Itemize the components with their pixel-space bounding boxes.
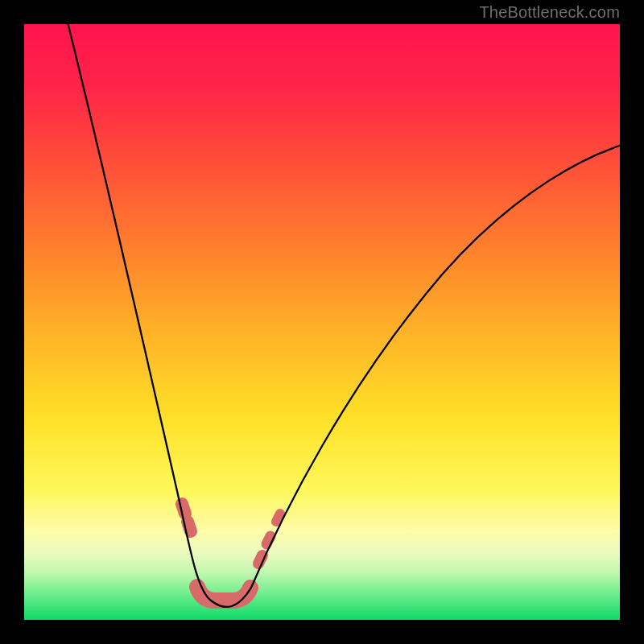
marker-dot xyxy=(188,522,191,531)
marker-dot xyxy=(276,514,280,522)
marker-cluster xyxy=(182,504,280,601)
chart-frame: TheBottleneck.com xyxy=(0,0,644,644)
attribution-label: TheBottleneck.com xyxy=(479,3,620,22)
bottleneck-curve xyxy=(66,24,620,607)
plot-area xyxy=(24,24,620,620)
curve-layer xyxy=(24,24,620,620)
marker-dot xyxy=(266,536,270,544)
